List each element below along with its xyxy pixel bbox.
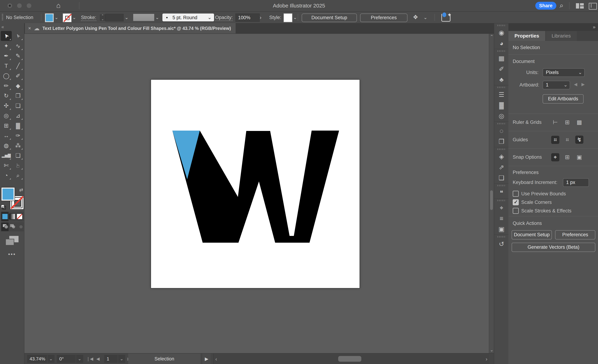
keyboard-increment-field[interactable]: 1 px: [563, 178, 589, 187]
dock-group-handle[interactable]: [494, 147, 509, 151]
search-icon[interactable]: ⌕: [560, 1, 564, 10]
panel-collapse-icon[interactable]: »: [593, 24, 596, 30]
dock-group-handle[interactable]: [494, 121, 509, 126]
symbols-panel-icon[interactable]: ♣: [494, 74, 509, 85]
gradient-panel-icon[interactable]: ▓: [494, 100, 509, 111]
pen-tool[interactable]: ✒: [1, 51, 12, 61]
snap-options-chevron-icon[interactable]: ⌄: [424, 12, 427, 23]
selection-tool[interactable]: ➤: [1, 31, 12, 41]
scale-strokes-effects-checkbox[interactable]: [513, 208, 519, 214]
tab-libraries[interactable]: Libraries: [545, 31, 577, 41]
preferences-button[interactable]: Preferences: [360, 14, 407, 22]
mesh-tool[interactable]: ⊞: [1, 121, 12, 130]
lasso-tool[interactable]: ∿: [12, 41, 24, 51]
artboard-number-field[interactable]: 1: [104, 355, 120, 363]
perspective-grid-tool[interactable]: ⊿: [12, 111, 24, 121]
panel-layout-icon[interactable]: [589, 3, 597, 10]
none-button[interactable]: [16, 212, 23, 221]
artboard-tool[interactable]: ❏: [12, 151, 24, 161]
knife-tool[interactable]: ✄: [1, 161, 12, 170]
stroke-width-field[interactable]: [105, 14, 124, 21]
column-graph-tool[interactable]: ▂▅▇: [1, 151, 12, 161]
controlbar-grip[interactable]: [2, 14, 3, 21]
zoom-tool[interactable]: ⌕: [12, 170, 24, 180]
status-text[interactable]: Selection: [128, 354, 200, 364]
color-button[interactable]: [1, 212, 8, 221]
paintbrush-tool[interactable]: ✐: [12, 71, 24, 81]
snap-grid-icon[interactable]: ⊞: [563, 153, 572, 161]
draw-inside-button[interactable]: [16, 223, 23, 231]
stroke-panel-icon[interactable]: ☰: [494, 89, 509, 100]
toolbar-collapse-icon[interactable]: «: [1, 24, 4, 30]
first-artboard-icon[interactable]: ❘◀: [86, 355, 93, 363]
use-preview-bounds-checkbox[interactable]: [513, 191, 519, 197]
tab-close-icon[interactable]: ×: [28, 25, 31, 31]
stroke-width-stepper[interactable]: ⌃⌄: [99, 14, 106, 21]
width-tool[interactable]: ↔: [1, 130, 12, 141]
eyedropper-tool[interactable]: ✑: [12, 130, 24, 141]
shaper-tool[interactable]: ✏: [1, 81, 12, 91]
scroll-left-icon[interactable]: ‹: [215, 354, 217, 364]
document-tab[interactable]: × ☁ Text Letter Polygon Using Pen Tool a…: [25, 23, 236, 33]
scale-corners-checkbox[interactable]: [513, 199, 519, 205]
eraser-tool[interactable]: ◆: [12, 81, 24, 91]
brush-preset-dropdown[interactable]: ● 5 pt. Round ⌄: [162, 14, 214, 21]
transform-panel-icon[interactable]: ⌖: [494, 202, 509, 213]
fill-indicator[interactable]: [1, 187, 15, 201]
snap-pixel-icon[interactable]: ▣: [575, 153, 583, 161]
curvature-tool[interactable]: ✎: [12, 51, 24, 61]
artboard-prev-icon[interactable]: ◀: [574, 82, 577, 87]
generate-vectors-button[interactable]: Generate Vectors (Beta): [512, 243, 595, 252]
canvas[interactable]: [25, 34, 494, 353]
color-guide-panel-icon[interactable]: ◕: [494, 38, 509, 49]
align-panel-icon[interactable]: ≡: [494, 213, 509, 224]
snap-point-icon[interactable]: ⌖: [551, 153, 559, 161]
shape-builder-tool[interactable]: ◎: [1, 111, 12, 121]
generative-ai-icon[interactable]: ✦: [441, 14, 450, 22]
comments-panel-icon[interactable]: ❝: [494, 187, 509, 198]
opacity-label[interactable]: Opacity:: [215, 12, 233, 23]
ruler-icon[interactable]: ⊢: [551, 118, 559, 126]
hand-tool[interactable]: ☟: [12, 161, 24, 170]
rotation-chevron-icon[interactable]: ⌄: [76, 355, 83, 363]
dock-group-handle[interactable]: [494, 183, 509, 187]
scroll-down-icon[interactable]: ⌄: [490, 348, 493, 352]
magic-wand-tool[interactable]: ✦: [1, 41, 12, 51]
stroke-color-swatch[interactable]: [63, 13, 72, 22]
direct-selection-tool[interactable]: ➣: [12, 31, 24, 41]
artboard-number-chevron-icon[interactable]: ⌄: [118, 355, 125, 363]
qa-preferences-button[interactable]: Preferences: [555, 230, 595, 239]
workspace-switcher-icon[interactable]: [576, 3, 584, 8]
line-segment-tool[interactable]: ╱: [12, 61, 24, 71]
artboards-panel-icon[interactable]: ❏: [494, 173, 509, 183]
w-shape[interactable]: [172, 130, 339, 243]
smart-guides-icon[interactable]: ↯: [575, 136, 583, 144]
vertical-scrollbar[interactable]: ⌃ ⌄: [489, 34, 494, 353]
share-button[interactable]: Share: [535, 2, 556, 10]
graphic-styles-panel-icon[interactable]: ❐: [494, 136, 509, 147]
blend-tool[interactable]: ◍: [1, 141, 12, 151]
tab-properties[interactable]: Properties: [508, 31, 545, 41]
brush-chevron-icon[interactable]: ⌄: [155, 12, 159, 23]
stroke-color-chevron-icon[interactable]: ⌄: [72, 12, 76, 23]
edit-toolbar-button[interactable]: •••: [0, 251, 24, 257]
gradient-button[interactable]: [8, 212, 16, 221]
puppet-warp-tool[interactable]: ✣: [1, 101, 12, 111]
qa-document-setup-button[interactable]: Document Setup: [512, 230, 552, 239]
horizontal-scrollbar[interactable]: ‹ ›: [213, 354, 489, 364]
scale-tool[interactable]: ❐: [12, 91, 24, 101]
edit-artboards-button[interactable]: Edit Artboards: [543, 94, 584, 104]
screen-mode-button[interactable]: [5, 236, 19, 246]
draw-normal-button[interactable]: [1, 223, 8, 231]
show-guides-icon[interactable]: ⌗: [551, 136, 559, 144]
zoom-level-field[interactable]: 43.74%: [27, 355, 49, 363]
snap-options-icon[interactable]: ❖: [413, 14, 418, 21]
rotate-tool[interactable]: ↻: [1, 91, 12, 101]
fill-color-swatch[interactable]: [45, 13, 54, 22]
appearance-panel-icon[interactable]: ◌: [494, 126, 509, 136]
free-transform-tool[interactable]: ❏: [12, 101, 24, 111]
fill-color-chevron-icon[interactable]: ⌄: [55, 12, 58, 23]
stroke-label[interactable]: Stroke:: [81, 12, 96, 23]
stroke-width-chevron-icon[interactable]: ⌄: [125, 12, 129, 23]
pathfinder-panel-icon[interactable]: ▣: [494, 224, 509, 235]
